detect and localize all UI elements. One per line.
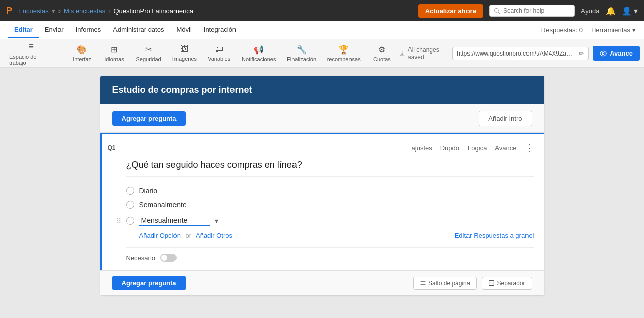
toolbar-workspace[interactable]: ≡ Espacio de trabajo: [4, 39, 58, 68]
breadcrumb-arrow-2: ›: [108, 7, 110, 15]
toolbar-security[interactable]: ✂ Seguridad: [131, 43, 165, 64]
help-label[interactable]: Ayuda: [581, 7, 600, 15]
nav-item-informes[interactable]: Informes: [70, 22, 107, 38]
page-break-button[interactable]: Salto de página: [413, 277, 477, 290]
nav-item-editar[interactable]: Editar: [8, 22, 39, 38]
svg-point-3: [602, 52, 604, 55]
top-navigation-bar: P Encuestas ▾ › Mis encuestas › Question…: [0, 0, 644, 21]
toolbar-languages-label: Idiomas: [104, 56, 124, 62]
cloud-save-icon: [399, 49, 405, 58]
notification-icon[interactable]: 🔔: [606, 6, 616, 16]
responses-count: Respuestas: 0: [541, 26, 583, 34]
or-separator: or: [186, 232, 192, 239]
survey-container: Estudio de compras por internet Agregar …: [100, 76, 544, 295]
toolbar-workspace-label: Espacio de trabajo: [9, 54, 53, 66]
add-question-top-button[interactable]: Agregar pregunta: [112, 111, 186, 126]
add-intro-button[interactable]: Añadir Intro: [479, 111, 532, 126]
nav-item-movil[interactable]: Móvil: [170, 22, 197, 38]
nav-item-administrar[interactable]: Administrar datos: [107, 22, 170, 38]
toolbar-variables[interactable]: 🏷 Variables: [203, 43, 235, 64]
interface-icon: 🎨: [77, 45, 87, 55]
top-bar-right-section: Actualizar ahora Ayuda 🔔 👤 ▾: [418, 4, 638, 18]
more-options-icon[interactable]: ⋮: [525, 142, 534, 153]
add-option-link[interactable]: Añadir Opción: [139, 232, 181, 239]
toolbar-images-label: Imágenes: [172, 56, 197, 62]
upgrade-button[interactable]: Actualizar ahora: [418, 4, 483, 18]
separator-icon: [488, 280, 495, 286]
help-search-box[interactable]: [489, 5, 575, 17]
survey-url-text: https://www.questionpro.com/t/AM4X9ZaDKG: [457, 50, 576, 57]
option-dropdown-icon[interactable]: ▾: [215, 217, 218, 225]
add-question-bottom-bar: Agregar pregunta Salto de página Separad…: [100, 270, 544, 295]
toolbar-right: All changes saved https://www.questionpr…: [399, 46, 640, 61]
toolbar-finalization-label: Finalización: [287, 56, 316, 62]
add-options-row: Añadir Opción or Añadir Otros Editar Res…: [126, 232, 534, 239]
add-question-top-bar: Agregar pregunta Añadir Intro: [100, 104, 544, 133]
toolbar-quotas[interactable]: ⚙ Cuotas: [367, 43, 397, 64]
nav-item-enviar[interactable]: Enviar: [39, 22, 70, 38]
option-input-mensualmente[interactable]: [139, 215, 210, 226]
option-row-mensualmente: ⠿ ▾: [126, 215, 534, 226]
add-others-link[interactable]: Añadir Otros: [196, 232, 232, 239]
toolbar-interface[interactable]: 🎨 Interfaz: [67, 43, 97, 64]
toolbar-security-label: Seguridad: [136, 56, 161, 62]
edit-bulk-link[interactable]: Editar Respuestas a granel: [455, 232, 534, 239]
toolbar-rewards[interactable]: 🏆 recompensas: [323, 43, 365, 64]
action-advance[interactable]: Avance: [495, 144, 516, 152]
breadcrumb-current: QuestionPro Latinoamerica: [114, 7, 194, 15]
workspace-icon: ≡: [29, 41, 34, 52]
security-icon: ✂: [145, 45, 152, 55]
survey-title-bar: Estudio de compras por internet: [100, 76, 544, 104]
rewards-icon: 🏆: [339, 45, 349, 55]
question-q1: Q1 ajustes Dupdo Lógica Avance ⋮ ¿Qué ta…: [100, 133, 544, 270]
action-logic[interactable]: Lógica: [467, 144, 487, 152]
user-avatar[interactable]: 👤 ▾: [622, 6, 638, 16]
action-duplicate[interactable]: Dupdo: [440, 144, 459, 152]
avance-button-label: Avance: [610, 49, 633, 57]
nav-item-integracion[interactable]: Integración: [198, 22, 242, 38]
add-question-bottom-button[interactable]: Agregar pregunta: [112, 276, 186, 290]
option-radio-mensualmente: [126, 217, 134, 225]
breadcrumb-arrow-1: ›: [58, 7, 61, 15]
herramientas-button[interactable]: Herramientas ▾: [591, 26, 636, 34]
option-radio-semanalmente: [126, 201, 134, 209]
breadcrumb: Encuestas ▾ › Mis encuestas › QuestionPr…: [18, 7, 193, 15]
required-label: Necesario: [126, 254, 156, 262]
avance-button[interactable]: Avance: [593, 46, 640, 61]
required-row: Necesario: [126, 247, 534, 262]
bottom-bar-right: Salto de página Separador: [413, 277, 532, 290]
eye-icon: [600, 50, 607, 57]
second-navigation: Editar Enviar Informes Administrar datos…: [0, 21, 644, 39]
toolbar-rewards-label: recompensas: [327, 56, 361, 62]
search-icon: [494, 8, 500, 14]
page-break-icon: [420, 280, 426, 286]
drag-handle-icon[interactable]: ⠿: [116, 217, 121, 225]
breadcrumb-my-surveys[interactable]: Mis encuestas: [64, 7, 105, 15]
toolbar-finalization[interactable]: 🔧 Finalización: [282, 43, 321, 64]
toolbar-languages[interactable]: ⊞ Idiomas: [99, 43, 129, 64]
separator-button[interactable]: Separador: [482, 277, 532, 290]
toolbar-images[interactable]: 🖼 Imágenes: [168, 43, 201, 64]
second-nav-right: Respuestas: 0 Herramientas ▾: [541, 26, 636, 34]
separator-label: Separador: [497, 280, 525, 287]
breadcrumb-sep-1: ▾: [52, 7, 55, 15]
add-option-section: Añadir Opción or Añadir Otros: [139, 232, 232, 239]
save-status-text: All changes saved: [408, 46, 449, 61]
edit-url-icon[interactable]: ✏: [579, 50, 584, 57]
survey-url-box[interactable]: https://www.questionpro.com/t/AM4X9ZaDKG…: [452, 47, 589, 60]
languages-icon: ⊞: [111, 45, 118, 55]
option-row-diario: Diario: [126, 187, 534, 195]
search-input[interactable]: [503, 7, 564, 14]
toolbar-variables-label: Variables: [208, 56, 230, 62]
svg-point-0: [495, 8, 499, 12]
question-actions-bar: ajustes Dupdo Lógica Avance ⋮: [126, 138, 534, 157]
app-logo: P: [6, 6, 12, 16]
toolbar: ≡ Espacio de trabajo 🎨 Interfaz ⊞ Idioma…: [0, 39, 644, 68]
question-q1-content: ajustes Dupdo Lógica Avance ⋮ ¿Qué tan s…: [122, 134, 544, 270]
toolbar-interface-label: Interfaz: [73, 56, 91, 62]
toolbar-notifications[interactable]: 📢 Notificaciones: [237, 43, 280, 64]
required-toggle[interactable]: [160, 254, 177, 262]
page-break-label: Salto de página: [428, 280, 470, 287]
action-settings[interactable]: ajustes: [412, 144, 432, 152]
breadcrumb-surveys[interactable]: Encuestas: [18, 7, 49, 15]
